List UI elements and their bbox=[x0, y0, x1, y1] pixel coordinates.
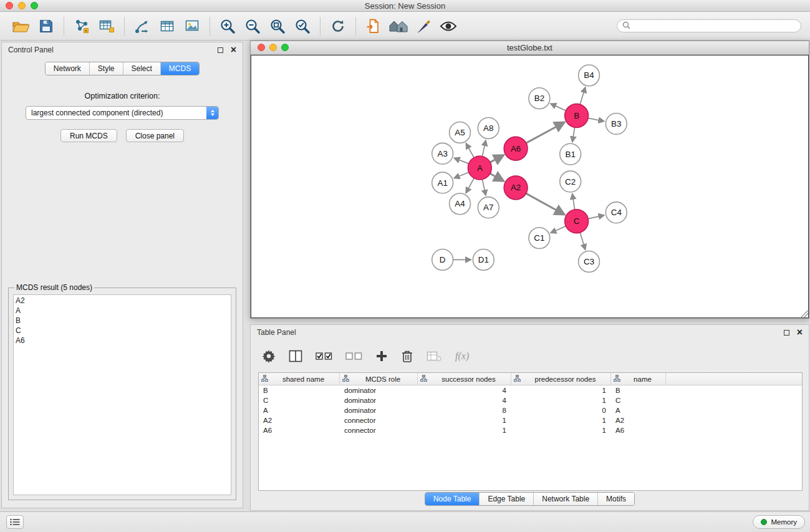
table-row[interactable]: A6connector11A6 bbox=[259, 425, 802, 435]
tab-network-table[interactable]: Network Table bbox=[533, 493, 597, 505]
edge-A-A2[interactable] bbox=[490, 173, 504, 181]
node-A2[interactable]: A2 bbox=[504, 176, 528, 200]
table-row[interactable]: A2connector11A2 bbox=[259, 415, 802, 425]
criterion-dropdown[interactable]: largest connected component (directed) bbox=[26, 106, 219, 120]
close-panel-button[interactable]: Close panel bbox=[126, 129, 184, 142]
close-table-panel-icon[interactable]: × bbox=[797, 329, 803, 336]
import-network-from-file-icon[interactable] bbox=[69, 14, 94, 38]
edge-A-A6[interactable] bbox=[490, 155, 504, 163]
function-builder-icon[interactable]: f(x) bbox=[455, 351, 469, 362]
edge-A-A8[interactable] bbox=[482, 140, 486, 157]
tab-style[interactable]: Style bbox=[89, 62, 123, 75]
mcds-result-item[interactable]: A bbox=[16, 306, 229, 316]
first-neighbors-icon[interactable] bbox=[361, 14, 386, 38]
float-table-panel-icon[interactable] bbox=[784, 330, 789, 336]
column-header-name[interactable]: name bbox=[611, 373, 666, 385]
edge-C-C1[interactable] bbox=[551, 226, 566, 233]
edge-A-A3[interactable] bbox=[454, 158, 468, 163]
edge-A6-B[interactable] bbox=[526, 122, 565, 143]
node-A[interactable]: A bbox=[468, 156, 491, 180]
node-C1[interactable]: C1 bbox=[529, 228, 550, 249]
node-C[interactable]: C bbox=[565, 210, 589, 233]
unselect-all-columns-icon[interactable] bbox=[345, 351, 362, 361]
table-settings-gear-icon[interactable] bbox=[262, 349, 276, 363]
edge-B-B1[interactable] bbox=[572, 127, 575, 142]
zoom-window-button[interactable] bbox=[31, 2, 38, 9]
show-graphics-details-icon[interactable] bbox=[436, 14, 461, 38]
minimize-window-button[interactable] bbox=[18, 2, 26, 9]
mcds-result-item[interactable]: A2 bbox=[16, 296, 229, 306]
node-D[interactable]: D bbox=[432, 249, 453, 271]
zoom-in-icon[interactable] bbox=[215, 14, 240, 38]
edge-A-A5[interactable] bbox=[466, 143, 474, 158]
zoom-fit-icon[interactable] bbox=[265, 14, 290, 38]
new-table-icon[interactable] bbox=[155, 14, 180, 38]
task-history-button[interactable] bbox=[6, 515, 24, 529]
show-columns-icon[interactable] bbox=[289, 350, 302, 362]
tab-mcds[interactable]: MCDS bbox=[160, 62, 199, 75]
mcds-result-item[interactable]: C bbox=[16, 326, 229, 336]
node-C4[interactable]: C4 bbox=[605, 202, 627, 223]
delete-column-icon[interactable] bbox=[401, 349, 413, 363]
node-A8[interactable]: A8 bbox=[478, 118, 499, 139]
add-column-icon[interactable] bbox=[375, 350, 388, 362]
save-session-icon[interactable] bbox=[34, 14, 59, 38]
node-B1[interactable]: B1 bbox=[560, 143, 581, 165]
edge-B-B4[interactable] bbox=[580, 87, 585, 105]
new-network-icon[interactable] bbox=[130, 14, 155, 38]
apply-style-icon[interactable] bbox=[411, 14, 436, 38]
resize-grip[interactable] bbox=[801, 311, 808, 317]
network-close-button[interactable] bbox=[258, 44, 265, 51]
search-field[interactable] bbox=[617, 19, 801, 32]
edge-A-A7[interactable] bbox=[482, 180, 486, 196]
network-window-titlebar[interactable]: testGlobe.txt bbox=[251, 41, 809, 55]
network-graph[interactable]: B4B2BB3A8A5A6A3B1AC2A1A2A4A7C4CC1C3DD1 bbox=[251, 56, 808, 317]
zoom-out-icon[interactable] bbox=[240, 14, 265, 38]
refresh-icon[interactable] bbox=[325, 14, 350, 38]
mcds-result-list[interactable]: A2ABCA6 bbox=[13, 294, 231, 495]
edge-A-A4[interactable] bbox=[466, 178, 474, 193]
node-C2[interactable]: C2 bbox=[560, 171, 581, 192]
select-all-columns-icon[interactable] bbox=[316, 351, 332, 361]
node-A5[interactable]: A5 bbox=[450, 122, 471, 143]
run-mcds-button[interactable]: Run MCDS bbox=[60, 129, 117, 142]
network-minimize-button[interactable] bbox=[269, 44, 277, 51]
column-header-shared-name[interactable]: shared name bbox=[259, 373, 340, 385]
edge-A-A1[interactable] bbox=[454, 172, 469, 178]
edge-C-C2[interactable] bbox=[572, 194, 575, 210]
mcds-result-item[interactable]: B bbox=[16, 316, 229, 326]
node-B3[interactable]: B3 bbox=[605, 114, 627, 135]
mcds-result-item[interactable]: A6 bbox=[16, 336, 229, 346]
tab-edge-table[interactable]: Edge Table bbox=[479, 493, 533, 505]
edge-A2-C[interactable] bbox=[526, 193, 565, 215]
float-panel-icon[interactable] bbox=[218, 47, 223, 53]
open-session-icon[interactable] bbox=[9, 14, 34, 38]
home-icon[interactable] bbox=[386, 14, 411, 38]
zoom-selected-icon[interactable] bbox=[290, 14, 315, 38]
node-C3[interactable]: C3 bbox=[579, 251, 600, 273]
edge-C-C3[interactable] bbox=[580, 233, 585, 250]
node-A7[interactable]: A7 bbox=[478, 197, 499, 218]
edge-C-C4[interactable] bbox=[588, 215, 604, 219]
node-A6[interactable]: A6 bbox=[504, 137, 528, 160]
node-B[interactable]: B bbox=[565, 104, 589, 128]
search-input[interactable] bbox=[634, 22, 796, 31]
network-canvas[interactable]: B4B2BB3A8A5A6A3B1AC2A1A2A4A7C4CC1C3DD1 bbox=[251, 55, 809, 318]
node-A1[interactable]: A1 bbox=[432, 172, 453, 193]
tab-node-table[interactable]: Node Table bbox=[425, 493, 480, 505]
column-header-successor-nodes[interactable]: successor nodes bbox=[418, 373, 511, 385]
edge-B-B3[interactable] bbox=[588, 118, 604, 121]
table-row[interactable]: Adominator80A bbox=[259, 405, 802, 415]
memory-button[interactable]: Memory bbox=[753, 515, 805, 529]
node-A4[interactable]: A4 bbox=[450, 193, 471, 215]
table-row[interactable]: Bdominator41B bbox=[259, 385, 802, 395]
node-B2[interactable]: B2 bbox=[529, 88, 550, 109]
import-table-from-file-icon[interactable] bbox=[94, 14, 119, 38]
close-panel-icon[interactable]: × bbox=[231, 46, 236, 54]
close-window-button[interactable] bbox=[6, 2, 13, 9]
node-D1[interactable]: D1 bbox=[473, 249, 494, 271]
edge-B-B2[interactable] bbox=[551, 104, 566, 110]
column-header-predecessor-nodes[interactable]: predecessor nodes bbox=[511, 373, 611, 385]
tab-select[interactable]: Select bbox=[123, 62, 160, 75]
table-row[interactable]: Cdominator41C bbox=[259, 395, 802, 405]
